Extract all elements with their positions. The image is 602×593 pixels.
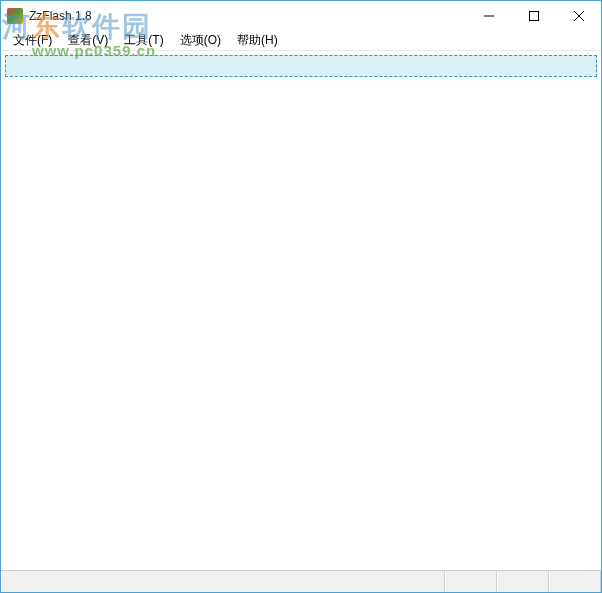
app-icon [7,8,23,24]
menu-options[interactable]: 选项(O) [172,30,229,51]
menu-tools[interactable]: 工具(T) [116,30,171,51]
list-selection[interactable] [5,55,597,77]
menu-help[interactable]: 帮助(H) [229,30,286,51]
maximize-icon [529,11,539,21]
close-icon [574,11,584,21]
minimize-button[interactable] [466,1,511,30]
menu-file[interactable]: 文件(F) [5,30,60,51]
menu-view[interactable]: 查看(V) [60,30,116,51]
menubar: 文件(F) 查看(V) 工具(T) 选项(O) 帮助(H) [1,31,601,51]
status-pane-1 [445,571,497,592]
minimize-icon [484,11,494,21]
content-area[interactable] [1,51,601,570]
svg-rect-1 [529,11,538,20]
close-button[interactable] [556,1,601,30]
maximize-button[interactable] [511,1,556,30]
window-controls [466,1,601,31]
status-pane-main [1,571,445,592]
window-title: ZzFlash 1.8 [29,9,466,23]
statusbar [1,570,601,592]
status-pane-2 [497,571,549,592]
app-window: ZzFlash 1.8 文件(F) 查看(V) 工具(T) 选项(O) 帮助(H… [0,0,602,593]
titlebar[interactable]: ZzFlash 1.8 [1,1,601,31]
status-pane-3 [549,571,601,592]
